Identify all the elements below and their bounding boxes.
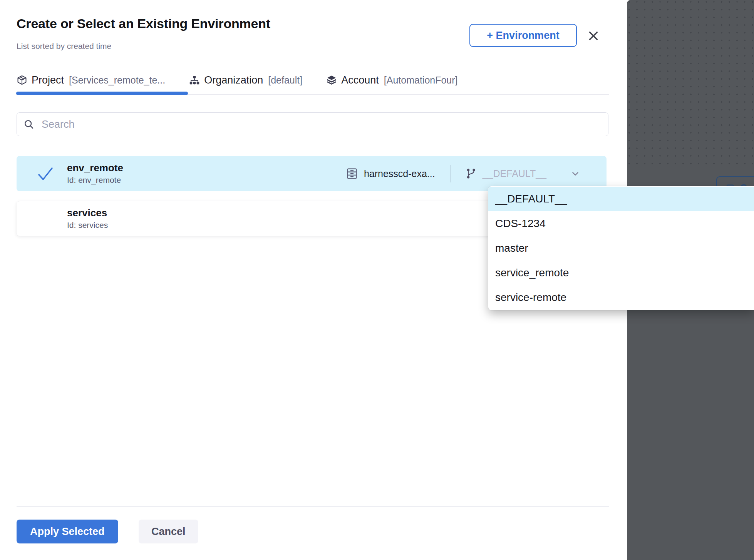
sort-hint-text: List sorted by created time [17, 42, 111, 51]
environment-name-block: services Id: services [67, 207, 108, 230]
org-chart-icon [189, 75, 200, 85]
branch-dropdown-menu: __DEFAULT__ CDS-1234 master service_remo… [488, 186, 754, 310]
check-icon [37, 166, 54, 182]
search-input[interactable] [41, 118, 608, 131]
branch-option-master[interactable]: master [488, 236, 754, 261]
tab-account-scope: [AutomationFour] [384, 75, 458, 86]
canvas-dot-grid [627, 0, 754, 165]
environment-id: Id: env_remote [67, 176, 123, 185]
page-title: Create or Select an Existing Environment [17, 16, 270, 31]
cancel-button[interactable]: Cancel [139, 520, 198, 543]
repository-icon [345, 167, 359, 180]
environment-git-details: harnesscd-exa... __DEFAULT__ [345, 165, 580, 182]
selected-branch-label: __DEFAULT__ [483, 168, 546, 179]
search-icon [23, 119, 35, 130]
vertical-divider [450, 165, 451, 182]
tab-organization-scope: [default] [268, 75, 302, 86]
repository-name: harnesscd-exa... [364, 168, 435, 179]
branch-option-cds-1234[interactable]: CDS-1234 [488, 211, 754, 236]
close-button[interactable] [585, 27, 602, 45]
apply-selected-button[interactable]: Apply Selected [17, 520, 118, 543]
tab-organization[interactable]: Organization [default] [189, 74, 302, 86]
branch-option-service-hyphen[interactable]: service-remote [488, 285, 754, 310]
search-box [17, 112, 608, 136]
tab-account-label: Account [341, 74, 379, 86]
branch-option-service-under[interactable]: service_remote [488, 261, 754, 285]
close-icon [587, 30, 600, 42]
chevron-down-icon[interactable] [570, 169, 580, 179]
scope-tabs: Project [Services_remote_te... Organizat… [17, 72, 458, 89]
active-tab-indicator [16, 92, 188, 95]
tab-account[interactable]: Account [AutomationFour] [326, 74, 457, 86]
branch-option-default[interactable]: __DEFAULT__ [488, 187, 754, 211]
cube-icon [17, 75, 27, 85]
footer-divider [17, 506, 609, 507]
environment-name: env_remote [67, 162, 123, 174]
layers-icon [326, 75, 337, 85]
environment-name: services [67, 207, 108, 219]
tab-project-scope: [Services_remote_te... [69, 75, 165, 86]
git-branch-icon [465, 168, 477, 179]
tab-project[interactable]: Project [Services_remote_te... [17, 74, 165, 86]
new-environment-button[interactable]: + Environment [469, 24, 577, 47]
environment-id: Id: services [67, 221, 108, 230]
environment-name-block: env_remote Id: env_remote [67, 162, 123, 185]
tab-project-label: Project [32, 74, 64, 86]
tab-organization-label: Organization [204, 74, 263, 86]
